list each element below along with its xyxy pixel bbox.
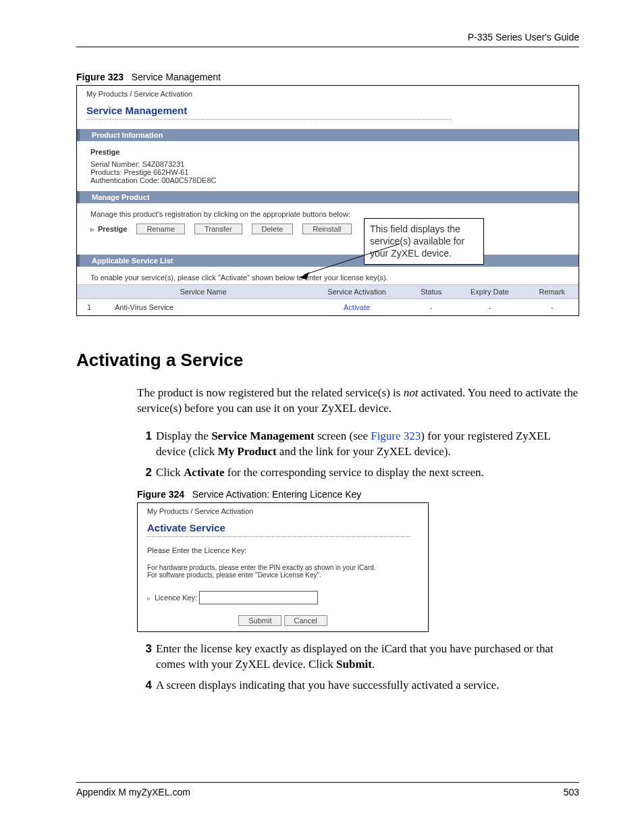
section-applicable-service-list: Applicable Service List — [77, 255, 579, 267]
t: and the link for your ZyXEL device). — [277, 445, 451, 458]
auth-code: Authentication Code: 00A0C578DE8C — [90, 176, 565, 184]
figure-323-caption: Figure 323 Service Management — [76, 72, 579, 82]
serial-number: Serial Number: S4Z0873231 — [90, 160, 565, 168]
step-4: 4 A screen displays indicating that you … — [137, 678, 579, 694]
figure-323-label: Figure 323 — [76, 72, 124, 82]
callout-box: This field displays the service(s) avail… — [364, 218, 484, 265]
licence-key-row: Licence Key: — [138, 588, 428, 607]
delete-button[interactable]: Delete — [252, 224, 294, 234]
cell-activation: Activate — [305, 299, 408, 316]
manage-instruction: Manage this product's registration by cl… — [90, 210, 565, 218]
licence-key-input[interactable] — [199, 591, 318, 604]
steps-list: 1 Display the Service Management screen … — [137, 429, 579, 481]
figure-324-screenshot: My Products / Service Activation Activat… — [137, 502, 429, 632]
page-footer: Appendix M myZyXEL.com 503 — [76, 782, 579, 798]
steps-list-cont: 3 Enter the license key exactly as displ… — [137, 642, 579, 694]
t: screen (see — [315, 429, 371, 442]
footer-page-number: 503 — [564, 787, 579, 798]
page-title: Service Management — [77, 105, 579, 119]
running-header: P-335 Series User's Guide — [76, 32, 579, 47]
t: . — [372, 658, 375, 671]
cell-service-name: Anti-Virus Service — [101, 299, 305, 316]
sw-msg: For software products, please enter "Dev… — [138, 571, 428, 588]
intro-a: The product is now registered but the re… — [137, 386, 404, 399]
cell-remark: - — [526, 299, 579, 316]
cancel-button[interactable]: Cancel — [284, 615, 327, 626]
manage-body: Manage this product's registration by cl… — [77, 203, 579, 241]
step-number: 2 — [137, 465, 152, 481]
col-service-activation: Service Activation — [305, 285, 408, 299]
t: My Product — [218, 445, 277, 458]
rename-button[interactable]: Rename — [136, 224, 185, 234]
enter-licence-msg: Please Enter the Licence Key: — [138, 546, 428, 557]
t: A screen displays indicating that you ha… — [156, 678, 499, 694]
reinstall-button[interactable]: Reinstall — [302, 224, 351, 234]
step-2: 2 Click Activate for the corresponding s… — [137, 465, 579, 481]
enable-instruction: To enable your service(s), please click … — [90, 273, 565, 282]
product-info-body: Prestige Serial Number: S4Z0873231 Produ… — [77, 141, 579, 191]
col-remark: Remark — [526, 285, 579, 299]
hw-msg: For hardware products, please enter the … — [138, 557, 428, 571]
figure-323-screenshot: My Products / Service Activation Service… — [76, 85, 579, 316]
step-1: 1 Display the Service Management screen … — [137, 429, 579, 460]
activate-link[interactable]: Activate — [344, 303, 370, 311]
t: Click — [156, 466, 184, 479]
transfer-button[interactable]: Transfer — [194, 224, 242, 234]
licence-key-label: Licence Key: — [147, 594, 197, 602]
footer-left: Appendix M myZyXEL.com — [76, 787, 190, 798]
section-product-information: Product Information — [77, 129, 579, 141]
step-number: 1 — [137, 429, 152, 460]
divider — [147, 536, 410, 537]
col-status: Status — [408, 285, 454, 299]
figure-323-text: Service Management — [132, 72, 221, 82]
service-table: Service Name Service Activation Status E… — [77, 284, 579, 315]
section-manage-product: Manage Product — [77, 191, 579, 203]
table-header-row: Service Name Service Activation Status E… — [77, 285, 579, 299]
step-number: 3 — [137, 642, 152, 673]
col-service-name: Service Name — [101, 285, 305, 299]
submit-button[interactable]: Submit — [238, 615, 281, 626]
intro-paragraph: The product is now registered but the re… — [137, 386, 579, 417]
t: for the corresponding service to display… — [225, 466, 484, 479]
table-row: 1 Anti-Virus Service Activate - - - — [77, 299, 579, 316]
figure-324-caption: Figure 324 Service Activation: Entering … — [137, 489, 579, 500]
t: Service Management — [211, 429, 314, 442]
products-line: Products: Prestige 662HW-61 — [90, 168, 565, 176]
product-row-name: Prestige — [90, 225, 127, 233]
manage-row: Prestige Rename Transfer Delete Reinstal… — [90, 224, 565, 234]
step-number: 4 — [137, 678, 152, 694]
step-3: 3 Enter the license key exactly as displ… — [137, 642, 579, 673]
product-name: Prestige — [90, 148, 565, 156]
breadcrumb: My Products / Service Activation — [77, 86, 579, 105]
intro-not: not — [404, 386, 419, 399]
t: Submit — [336, 658, 372, 671]
figure-324-label: Figure 324 — [137, 489, 184, 500]
col-blank — [77, 285, 101, 299]
cell-expiry: - — [454, 299, 526, 316]
button-row: Submit Cancel — [138, 607, 428, 631]
col-expiry-date: Expiry Date — [454, 285, 526, 299]
page-title: Activate Service — [138, 522, 428, 536]
service-list-body: To enable your service(s), please click … — [77, 267, 579, 284]
heading-activating-service: Activating a Service — [76, 350, 579, 371]
figure-324-text: Service Activation: Entering Licence Key — [192, 489, 362, 500]
cell-status: - — [408, 299, 454, 316]
t: Display the — [156, 429, 211, 442]
xref-figure-323[interactable]: Figure 323 — [371, 429, 421, 442]
cell-idx: 1 — [77, 299, 101, 316]
breadcrumb: My Products / Service Activation — [138, 503, 428, 522]
t: Activate — [184, 466, 224, 479]
divider — [86, 119, 451, 120]
